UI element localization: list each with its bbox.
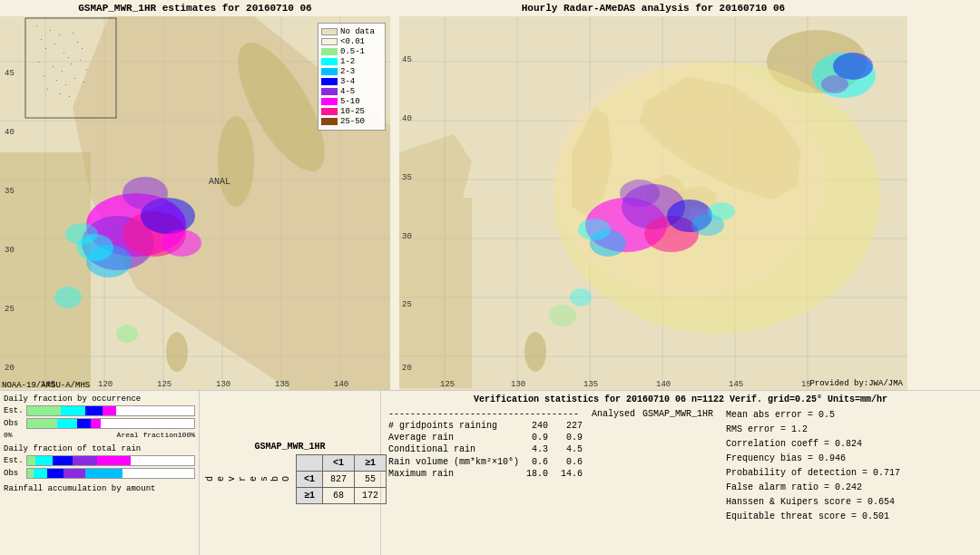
table-wrapper: Observed <1 ≥1 <1 827 55 [205,454,375,504]
col-gsmap-header: GSMAP_MWR_1HR [639,408,717,420]
bottom-left-charts: Daily fraction by occurrence Est. Obs [0,391,200,555]
legend-5-10: 5-10 [321,97,382,106]
verif-row-2: Conditional rain 4.3 4.5 [385,443,586,455]
bottom-section: Daily fraction by occurrence Est. Obs [0,390,980,555]
svg-rect-36 [44,75,44,76]
bottom-right-stats: Verification statistics for 20160710 06 … [381,391,980,555]
verif-row-3: Rain volume (mm*km²×10⁶) 0.6 0.6 [385,455,586,468]
svg-text:45: 45 [402,55,412,64]
svg-text:135: 135 [583,380,598,389]
row-3-label: Rain volume (mm*km²×10⁶) [385,455,523,468]
svg-text:30: 30 [402,232,412,241]
svg-point-104 [549,305,576,326]
stat-0: Mean abs error = 0.5 [726,408,900,423]
stat-5: False alarm ratio = 0.242 [726,481,900,495]
right-map-svg: 20 25 30 35 40 45 125 130 135 140 145 15 [399,16,907,390]
row-0-analysed: 240 [523,420,552,432]
svg-rect-41 [47,89,48,90]
svg-point-100 [708,202,735,220]
noaa-label: NOAA-19/AMSU-A/MHS [2,381,90,390]
svg-text:130: 130 [216,380,230,389]
svg-text:20: 20 [402,364,412,373]
svg-rect-32 [62,71,63,72]
row-1-label: Average rain [385,432,523,443]
svg-rect-33 [71,63,72,64]
occurrence-chart-section: Daily fraction by occurrence Est. Obs [4,394,195,439]
svg-rect-29 [82,48,83,49]
svg-point-16 [218,116,254,207]
svg-point-18 [166,332,188,372]
verif-stats-right: Mean abs error = 0.5 RMS error = 1.2 Cor… [726,408,900,524]
svg-rect-27 [77,42,78,43]
verif-header-row: ----------------------------------- Anal… [385,408,717,420]
row-0-label: # gridpoints raining [385,420,523,432]
bottom-middle-table: GSMAP_MWR_1HR Observed <1 ≥1 <1 [200,391,381,555]
svg-text:20: 20 [5,364,15,373]
svg-point-105 [570,288,592,307]
svg-text:35: 35 [5,187,15,196]
row-4-label: Maximum rain [385,468,523,480]
svg-text:ANAL: ANAL [209,177,230,187]
stat-6: Hanssen & Kuipers score = 0.654 [726,495,900,510]
left-map-title: GSMAP_MWR_1HR estimates for 20160710 06 [0,0,390,16]
stat-1: RMS error = 1.2 [726,423,900,437]
legend-10-25: 10-25 [321,107,382,116]
row-lt1: <1 [297,472,323,488]
svg-rect-26 [73,33,74,34]
svg-rect-22 [54,44,55,44]
svg-rect-19 [36,25,37,26]
row-2-gsmap: 4.5 [552,443,586,455]
svg-rect-25 [64,53,64,54]
col-ge1: ≥1 [355,455,387,472]
occurrence-obs-row: Obs [4,418,195,429]
row-2-label: Conditional rain [385,443,523,455]
legend-2-3: 2-3 [321,67,382,76]
occurrence-est-row: Est. [4,405,195,416]
occurrence-chart-title: Daily fraction by occurrence [4,394,195,404]
legend-no-data: No data [321,27,382,36]
stat-3: Frequency bias = 0.946 [726,452,900,466]
verif-content: ----------------------------------- Anal… [385,408,976,524]
svg-text:40: 40 [5,128,15,137]
verif-row-4: Maximum rain 18.0 14.6 [385,468,586,480]
row-ge1: ≥1 [297,488,323,504]
legend-4-5: 4-5 [321,87,382,96]
legend-1-2: 1-2 [321,57,382,66]
svg-text:45: 45 [5,69,15,78]
right-map-panel: Hourly Radar-AMeDAS analysis for 2016071… [399,0,907,390]
rain-est-bar [26,455,195,466]
rain-chart-title: Daily fraction of total rain [4,444,195,453]
svg-text:140: 140 [334,380,348,389]
legend-lt001: <0.01 [321,37,382,46]
svg-text:125: 125 [157,380,172,389]
svg-text:145: 145 [729,380,743,389]
row-0-gsmap: 227 [552,420,586,432]
svg-text:25: 25 [5,305,15,314]
verif-data-rows: # gridpoints raining 240 227 Average rai… [385,420,586,480]
svg-rect-20 [50,30,51,31]
row-3-gsmap: 0.6 [552,455,586,468]
occurrence-obs-bar [26,418,195,429]
svg-text:25: 25 [402,300,412,309]
svg-rect-31 [53,66,54,67]
val-00: 827 [323,472,355,488]
svg-text:120: 120 [98,380,113,389]
row-1-analysed: 0.9 [523,432,552,443]
svg-point-103 [821,75,848,93]
svg-point-87 [524,332,546,372]
svg-rect-34 [80,60,81,61]
rain-obs-row: Obs [4,468,195,479]
col-lt1: <1 [323,455,355,472]
rain-chart-section: Daily fraction of total rain Est. Obs [4,444,195,479]
row-4-analysed: 18.0 [523,468,552,480]
row-2-analysed: 4.3 [523,443,552,455]
stat-2: Correlation coeff = 0.824 [726,437,900,452]
svg-rect-38 [65,84,66,85]
svg-text:125: 125 [440,380,455,389]
legend-25-50: 25-50 [321,117,382,126]
svg-text:130: 130 [511,380,525,389]
svg-rect-42 [60,93,61,94]
svg-text:35: 35 [402,173,412,182]
occurrence-axis: 0% Areal fraction 100% [4,431,195,439]
verif-row-1: Average rain 0.9 0.9 [385,432,586,443]
